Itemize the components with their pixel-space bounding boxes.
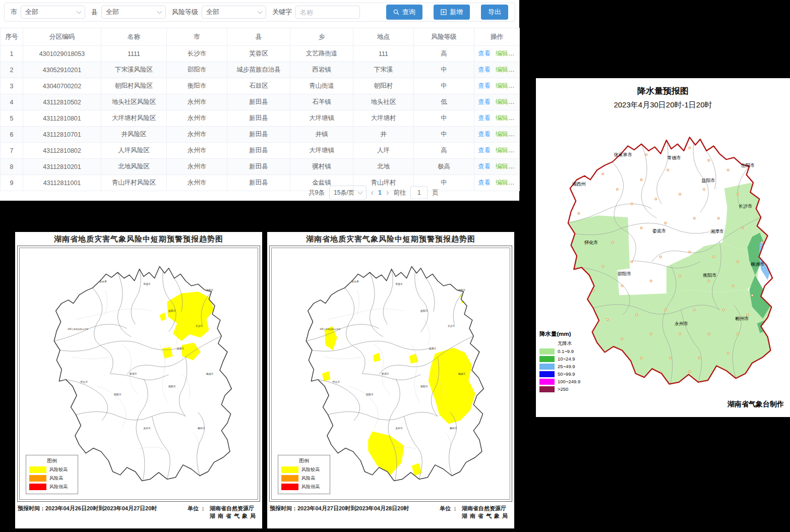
svg-text:益阳市: 益阳市 [701, 178, 715, 183]
legend-swatch-red [29, 484, 46, 490]
legend-swatch-maroon [539, 386, 555, 392]
edit-link[interactable]: 编辑 [496, 66, 508, 73]
col-name: 名称 [101, 28, 167, 46]
next-page-button[interactable]: › [386, 189, 389, 197]
svg-text:永州市: 永州市 [675, 321, 688, 326]
svg-text:常德市: 常德市 [667, 155, 681, 160]
precip-map-subtitle: 2023年4月30日20时-1日20时 [536, 100, 790, 110]
view-link[interactable]: 查看 [478, 147, 491, 154]
svg-text:张家界: 张家界 [351, 280, 359, 283]
svg-text:长沙市: 长沙市 [448, 324, 455, 328]
svg-text:张家界: 张家界 [99, 280, 107, 283]
svg-text:邵阳市: 邵阳市 [366, 393, 374, 396]
map-footer: 预报时间：2023年04月27日20时到2023年04月28日20时 单位 ： … [270, 505, 510, 520]
table-row: 943112811001青山坪村风险区永州市新田县金盆镇青山坪村中 查看编辑删除 [1, 175, 520, 191]
view-link[interactable]: 查看 [478, 98, 491, 105]
edit-link[interactable]: 编辑 [496, 50, 508, 57]
view-link[interactable]: 查看 [478, 179, 491, 186]
total-count: 共9条 [309, 189, 325, 197]
chevron-down-icon [77, 9, 82, 14]
keyword-input[interactable] [295, 6, 360, 19]
precip-forecast-panel: 降水量预报图 2023年4月30日20时-1日20时 [536, 78, 790, 417]
export-button[interactable]: 导出 [481, 5, 508, 20]
city-select[interactable]: 全部 [21, 6, 85, 19]
svg-text:株洲市: 株洲市 [751, 262, 764, 267]
view-link[interactable]: 查看 [478, 50, 491, 57]
current-page[interactable]: 1 [378, 189, 382, 196]
prev-page-button[interactable]: ‹ [371, 189, 374, 197]
keyword-filter-label: 关键字 [272, 8, 292, 17]
svg-text:郴州市: 郴州市 [450, 427, 457, 430]
view-link[interactable]: 查看 [478, 163, 491, 170]
svg-text:娄底市: 娄底市 [130, 372, 137, 375]
svg-text:娄底市: 娄底市 [652, 228, 666, 233]
svg-text:常德市: 常德市 [395, 282, 403, 286]
plus-square-icon [441, 9, 447, 15]
trend-map-panel-1: 湖南省地质灾害气象风险中短期预警预报趋势图 [15, 232, 262, 528]
add-button[interactable]: 新增 [434, 5, 470, 20]
risk-level-select-value: 全部 [206, 8, 258, 17]
edit-link[interactable]: 编辑 [496, 163, 508, 170]
view-link[interactable]: 查看 [478, 131, 491, 138]
unit-org-1: 湖南省自然资源厅 [462, 505, 510, 512]
svg-text:郴州市: 郴州市 [735, 316, 749, 321]
svg-text:湘潭市: 湘潭市 [177, 347, 185, 350]
page-size-select[interactable]: 15条/页 [329, 186, 367, 200]
table-row: 143010290180531111长沙市芙蓉区文艺路街道111高 查看编辑删除 [1, 46, 520, 62]
svg-text:湘潭市: 湘潭市 [429, 347, 437, 350]
view-link[interactable]: 查看 [478, 66, 491, 73]
precip-legend-title: 降水量(mm) [539, 330, 605, 338]
svg-text:郴州市: 郴州市 [198, 427, 205, 430]
view-link[interactable]: 查看 [478, 114, 491, 122]
edit-link[interactable]: 编辑 [496, 82, 508, 89]
svg-text:岳阳市: 岳阳市 [458, 288, 466, 292]
search-icon [393, 9, 399, 15]
risk-zone-table-panel: 市 全部 县 全部 风险等级 全部 关键字 查询 [0, 0, 519, 201]
svg-text:益阳市: 益阳市 [168, 309, 176, 313]
svg-text:永州市: 永州市 [395, 427, 403, 430]
col-location: 地点 [353, 28, 414, 46]
svg-text:长沙市: 长沙市 [196, 324, 203, 328]
county-select-value: 全部 [106, 8, 158, 17]
table-row: 243052910201下宋溪风险区邵阳市城步苗族自治县西岩镇下宋溪中 查看编辑… [1, 62, 520, 78]
edit-link[interactable]: 编辑 [496, 147, 508, 154]
search-button[interactable]: 查询 [386, 5, 422, 20]
col-county: 县 [227, 28, 290, 46]
col-city: 市 [167, 28, 227, 46]
col-zone-code: 分区编码 [23, 28, 101, 46]
unit-org-2: 湖南省气象局 [462, 512, 510, 520]
svg-text:衡阳市: 衡阳市 [703, 273, 716, 278]
view-link[interactable]: 查看 [478, 82, 491, 89]
svg-text:湘西州: 湘西州 [572, 182, 585, 187]
table-header-row: 序号 分区编码 名称 市 县 乡 地点 风险等级 操作 [1, 28, 520, 46]
unit-label: 单位 ： [440, 505, 458, 520]
svg-text:长沙市: 长沙市 [739, 204, 752, 209]
map-footer: 预报时间：2023年04月26日20时到2023年04月27日20时 单位 ： … [18, 505, 258, 520]
edit-link[interactable]: 编辑 [496, 98, 508, 105]
col-risk-level: 风险等级 [414, 28, 474, 46]
legend-swatch-none [539, 341, 555, 347]
svg-text:岳阳市: 岳阳市 [206, 288, 214, 292]
risk-level-select[interactable]: 全部 [202, 6, 266, 19]
edit-link[interactable]: 编辑 [496, 114, 508, 122]
county-filter-label: 县 [91, 8, 98, 17]
legend-swatch-yellow [281, 466, 298, 473]
edit-link[interactable]: 编辑 [496, 179, 508, 186]
map-credit: 湖南省气象台制作 [727, 400, 784, 409]
svg-text:益阳市: 益阳市 [420, 309, 428, 313]
table-row: 643112810701井风险区永州市新田县井镇井中 查看编辑删除 [1, 127, 520, 143]
table-row: 543112810801大坪塘村风险区永州市新田县大坪塘镇大坪塘村中 查看编辑删… [1, 110, 520, 127]
unit-org-1: 湖南省自然资源厅 [210, 505, 258, 512]
filter-bar: 市 全部 县 全部 风险等级 全部 关键字 查询 [4, 3, 515, 22]
city-filter-label: 市 [11, 8, 17, 17]
chevron-down-icon [357, 190, 362, 195]
chevron-down-icon [157, 9, 162, 14]
forecast-time: 预报时间：2023年04月26日20时到2023年04月27日20时 [18, 505, 157, 520]
edit-link[interactable]: 编辑 [496, 131, 508, 138]
table-row: 443112810502地头社区风险区永州市新田县石羊镇地头社区低 查看编辑删除 [1, 94, 520, 110]
county-select[interactable]: 全部 [101, 6, 166, 19]
svg-text:张家界市: 张家界市 [614, 153, 632, 158]
goto-page-input[interactable] [410, 186, 428, 199]
legend: 图例 风险较高 风险高 风险很高 [26, 455, 78, 494]
unit-label: 单位 ： [188, 505, 206, 520]
